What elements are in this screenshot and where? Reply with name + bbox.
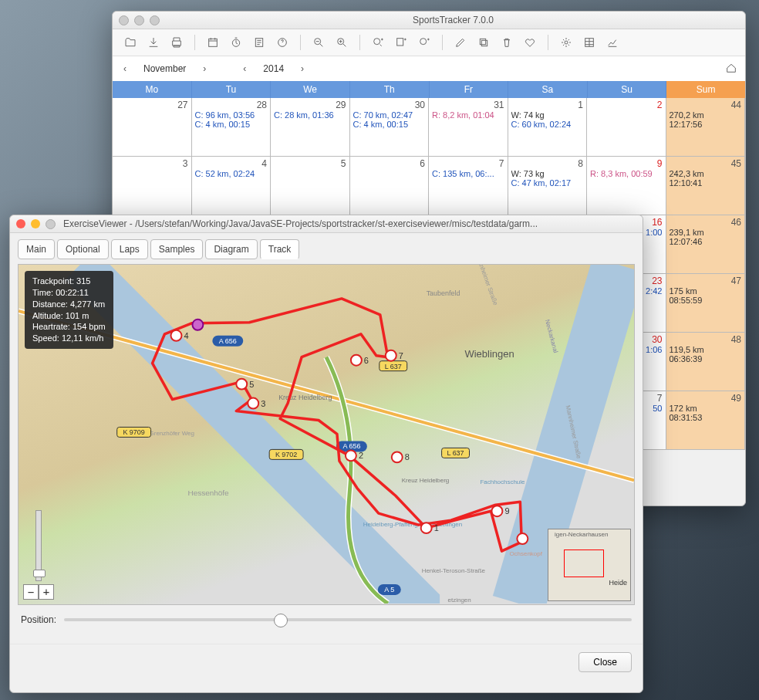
zoom-out-button[interactable]: − bbox=[23, 584, 39, 600]
calendar-event[interactable]: C: 28 km, 01:36 bbox=[274, 110, 346, 120]
position-control: Position: bbox=[10, 611, 643, 628]
calendar-cell[interactable]: 4C: 52 km, 02:24 bbox=[192, 157, 272, 215]
day-header: Su bbox=[588, 81, 667, 98]
add-weight-icon[interactable] bbox=[416, 34, 433, 51]
save-icon[interactable] bbox=[145, 34, 162, 51]
prev-month-button[interactable]: ‹ bbox=[120, 60, 130, 77]
calendar-event[interactable]: C: 96 km, 03:56 bbox=[195, 110, 268, 120]
zoom-in-button[interactable]: + bbox=[39, 584, 54, 600]
calendar-cell[interactable]: 9R: 8,3 km, 00:59 bbox=[587, 157, 666, 215]
next-year-button[interactable]: › bbox=[298, 60, 307, 77]
svg-point-35 bbox=[236, 379, 247, 390]
svg-point-45 bbox=[517, 533, 528, 544]
tab-track[interactable]: Track bbox=[260, 239, 300, 259]
toolbar bbox=[113, 29, 745, 56]
svg-text:3: 3 bbox=[261, 399, 265, 408]
calendar-event[interactable]: W: 73 kg bbox=[511, 169, 584, 178]
edit-icon[interactable] bbox=[452, 34, 469, 51]
zoom-slider[interactable] bbox=[35, 510, 42, 581]
stopwatch-icon[interactable] bbox=[228, 34, 245, 51]
calendar-event[interactable]: R: 8,2 km, 01:04 bbox=[432, 110, 504, 120]
calendar-event[interactable]: C: 70 km, 02:47 bbox=[353, 110, 426, 120]
copy-icon[interactable] bbox=[475, 34, 492, 51]
week-summary: 46239,1 km12:07:46 bbox=[666, 215, 746, 274]
calendar-cell[interactable]: 30C: 70 km, 02:47C: 4 km, 00:15 bbox=[350, 98, 430, 157]
minimize-icon[interactable] bbox=[31, 219, 40, 228]
calendar-event[interactable]: C: 52 km, 02:24 bbox=[195, 169, 268, 178]
open-icon[interactable] bbox=[122, 34, 139, 51]
current-position-marker bbox=[192, 320, 203, 330]
close-button[interactable]: Close bbox=[579, 652, 632, 672]
position-slider[interactable] bbox=[64, 618, 632, 621]
close-icon[interactable] bbox=[16, 219, 25, 228]
calendar-cell[interactable]: 8W: 73 kgC: 47 km, 02:17 bbox=[508, 157, 588, 215]
svg-text:6: 6 bbox=[364, 356, 369, 365]
calendar-cell[interactable]: 29C: 28 km, 01:36 bbox=[271, 98, 350, 157]
calendar-event[interactable]: R: 8,3 km, 00:59 bbox=[590, 169, 663, 178]
calendar-event[interactable]: C: 47 km, 02:17 bbox=[511, 178, 584, 188]
tooltip-trackpoint: Trackpoint: 315 bbox=[32, 276, 106, 287]
minimize-icon[interactable] bbox=[134, 15, 144, 25]
calendar-cell[interactable]: 5 bbox=[271, 157, 350, 215]
calendar-cell[interactable]: 27 bbox=[113, 98, 192, 157]
map-label: etzingen bbox=[448, 597, 471, 604]
road-badge: K 9702 bbox=[269, 449, 303, 459]
tab-diagram[interactable]: Diagram bbox=[205, 239, 257, 259]
calendar-event[interactable]: C: 60 km, 02:24 bbox=[511, 120, 584, 129]
road-badge: L 637 bbox=[442, 448, 470, 458]
svg-point-33 bbox=[170, 330, 181, 341]
heart-icon[interactable] bbox=[521, 34, 538, 51]
waypoint: 1 bbox=[421, 522, 439, 533]
add-exercise-icon[interactable] bbox=[369, 34, 386, 51]
tab-optional[interactable]: Optional bbox=[57, 239, 109, 259]
map-label: Ochsenkopf bbox=[509, 550, 542, 557]
road-badge: A 656 bbox=[212, 336, 243, 347]
calendar-event[interactable]: C: 4 km, 00:15 bbox=[195, 120, 268, 129]
calendar-cell[interactable]: 1W: 74 kgC: 60 km, 02:24 bbox=[508, 98, 588, 157]
next-month-button[interactable]: › bbox=[200, 60, 209, 77]
help-icon[interactable] bbox=[274, 34, 291, 51]
svg-text:7: 7 bbox=[399, 351, 403, 360]
map-view[interactable]: Hessenhöfe Wieblingen Taubenfeld Kreuz H… bbox=[18, 264, 635, 605]
tooltip-time: Time: 00:22:11 bbox=[32, 287, 106, 299]
settings-icon[interactable] bbox=[558, 34, 575, 51]
table-icon[interactable] bbox=[581, 34, 598, 51]
tab-samples[interactable]: Samples bbox=[150, 239, 204, 259]
list-icon[interactable] bbox=[251, 34, 268, 51]
map-label: Kreuz Heidelberg bbox=[402, 477, 450, 484]
calendar-cell[interactable]: 2 bbox=[587, 98, 666, 157]
svg-text:2: 2 bbox=[359, 451, 363, 460]
map-label: Grenzhöfer Weg bbox=[150, 430, 194, 437]
tab-main[interactable]: Main bbox=[18, 239, 55, 259]
day-header: Sa bbox=[508, 81, 588, 98]
calendar-event[interactable]: C: 135 km, 06:... bbox=[432, 169, 504, 178]
calendar-cell[interactable]: 6 bbox=[350, 157, 430, 215]
svg-rect-0 bbox=[209, 39, 218, 46]
chart-icon[interactable] bbox=[604, 34, 621, 51]
calendar-event[interactable]: C: 4 km, 00:15 bbox=[353, 120, 426, 129]
day-header: Th bbox=[350, 81, 430, 98]
tab-laps[interactable]: Laps bbox=[111, 239, 148, 259]
month-label: November bbox=[143, 63, 186, 74]
minimap[interactable]: igen-Neckarhausen Heide bbox=[548, 529, 631, 601]
zoom-out-icon[interactable] bbox=[310, 34, 327, 51]
calendar-icon[interactable] bbox=[204, 34, 221, 51]
zoom-in-icon[interactable] bbox=[333, 34, 350, 51]
home-icon[interactable] bbox=[725, 62, 737, 76]
zoom-icon[interactable] bbox=[150, 15, 160, 25]
add-note-icon[interactable] bbox=[393, 34, 410, 51]
delete-icon[interactable] bbox=[498, 34, 515, 51]
week-summary: 47175 km08:55:59 bbox=[666, 274, 746, 333]
prev-year-button[interactable]: ‹ bbox=[240, 60, 249, 77]
calendar-event[interactable]: W: 74 kg bbox=[511, 110, 584, 120]
close-icon[interactable] bbox=[119, 15, 129, 25]
calendar-cell[interactable]: 31R: 8,2 km, 01:04 bbox=[429, 98, 508, 157]
zoom-icon[interactable] bbox=[46, 219, 56, 229]
svg-rect-9 bbox=[481, 40, 487, 46]
calendar-cell[interactable]: 3 bbox=[113, 157, 192, 215]
svg-point-6 bbox=[374, 39, 380, 45]
calendar-cell[interactable]: 7C: 135 km, 06:... bbox=[429, 157, 508, 215]
trackpoint-tooltip: Trackpoint: 315 Time: 00:22:11 Distance:… bbox=[25, 271, 113, 349]
print-icon[interactable] bbox=[168, 34, 185, 51]
calendar-cell[interactable]: 28C: 96 km, 03:56C: 4 km, 00:15 bbox=[192, 98, 272, 157]
